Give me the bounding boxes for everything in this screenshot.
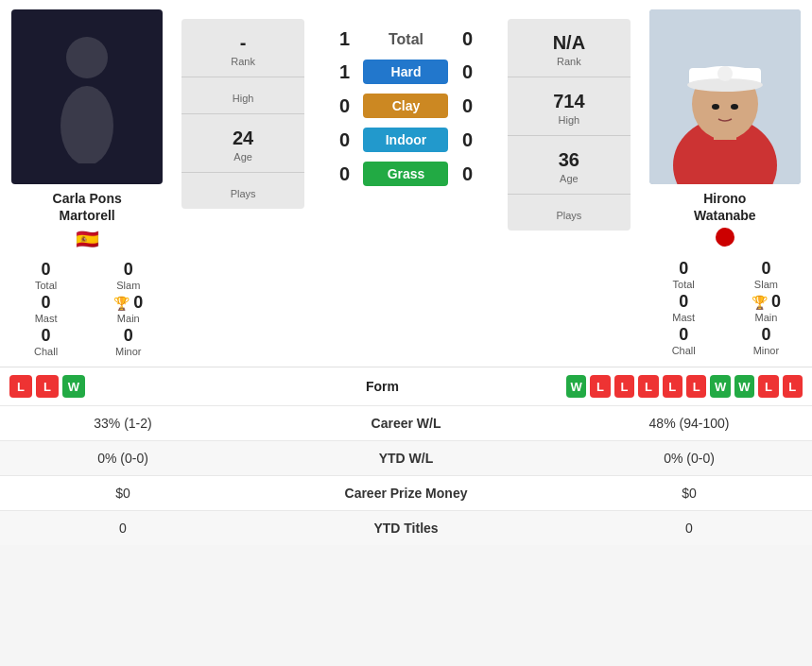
clay-row: 0 Clay 0 — [312, 94, 500, 118]
right-player-photo-svg — [649, 9, 801, 184]
left-slam-stat: 0 Slam — [92, 260, 164, 291]
left-trophy-icon: 🏆 — [113, 296, 130, 311]
form-section: L L W Form W L L L L L W W L L — [0, 367, 812, 405]
right-slam-stat: 0 Slam — [730, 259, 803, 290]
right-total-stat: 0 Total — [648, 259, 720, 290]
grass-badge: Grass — [363, 162, 448, 186]
top-section: Carla Pons Martorell 🇪🇸 0 Total 0 Slam 0… — [0, 0, 812, 367]
right-trophy-icon: 🏆 — [752, 295, 768, 310]
jp-flag-circle — [716, 228, 734, 247]
svg-point-9 — [717, 66, 733, 81]
svg-point-0 — [66, 37, 108, 78]
svg-point-1 — [60, 86, 113, 163]
ytd-titles-left: 0 — [19, 521, 227, 536]
right-mast-stat: 0 Mast — [648, 292, 720, 323]
ytd-titles-right: 0 — [585, 521, 793, 536]
right-player-stats: 0 Total 0 Slam 0 Mast 🏆 0 Main — [648, 259, 803, 356]
left-chall-stat: 0 Chall — [9, 326, 82, 357]
right-form-w2: W — [710, 375, 730, 398]
right-form-l3: L — [638, 375, 658, 398]
indoor-row: 0 Indoor 0 — [312, 128, 500, 152]
svg-point-11 — [731, 104, 738, 110]
right-plays-row: Plays — [508, 195, 631, 231]
right-form: W L L L L L W W L L — [566, 375, 803, 398]
left-high-row: High — [181, 77, 304, 114]
left-stats-card: - Rank High 24 Age Plays — [181, 19, 304, 209]
right-minor-stat: 0 Minor — [730, 325, 803, 356]
total-row: 1 Total 0 — [312, 28, 500, 50]
right-form-l2: L — [614, 375, 634, 398]
right-flag — [716, 228, 734, 249]
right-player-panel: Hirono Watanabe 0 Total 0 Slam 0 Mast — [638, 9, 812, 357]
prize-row: $0 Career Prize Money $0 — [0, 475, 812, 510]
right-player-photo — [649, 9, 801, 184]
left-player-stats: 0 Total 0 Slam 0 Mast 🏆 0 Main — [9, 260, 164, 357]
left-minor-stat: 0 Minor — [92, 326, 164, 357]
ytd-wl-label: YTD W/L — [227, 451, 585, 466]
right-age-row: 36 Age — [508, 136, 631, 195]
left-form-l2: L — [36, 375, 59, 398]
career-wl-left: 33% (1-2) — [19, 416, 227, 431]
right-form-w3: W — [734, 375, 754, 398]
right-form-l5: L — [686, 375, 706, 398]
career-wl-right: 48% (94-100) — [585, 416, 793, 431]
left-form: L L W — [9, 375, 199, 398]
grass-row: 0 Grass 0 — [312, 162, 500, 186]
left-age-row: 24 Age — [181, 114, 304, 173]
hard-badge: Hard — [363, 60, 448, 84]
right-rank-row: N/A Rank — [508, 19, 631, 77]
left-main-stat: 🏆 0 Main — [92, 293, 164, 324]
career-wl-row: 33% (1-2) Career W/L 48% (94-100) — [0, 405, 812, 440]
prize-right: $0 — [585, 486, 793, 501]
left-player-photo — [11, 9, 163, 184]
right-form-l4: L — [663, 375, 682, 398]
main-container: Carla Pons Martorell 🇪🇸 0 Total 0 Slam 0… — [0, 0, 812, 545]
right-player-name: Hirono Watanabe — [694, 190, 756, 224]
left-rank-row: - Rank — [181, 19, 304, 77]
right-high-row: 714 High — [508, 77, 631, 136]
right-form-l7: L — [783, 375, 803, 398]
prize-label: Career Prize Money — [227, 486, 585, 501]
clay-badge: Clay — [363, 94, 448, 118]
hard-row: 1 Hard 0 — [312, 60, 500, 84]
left-form-l1: L — [9, 375, 32, 398]
center-column: 1 Total 0 1 Hard 0 0 Clay 0 0 Indoor 0 — [312, 9, 500, 357]
svg-point-10 — [712, 104, 719, 110]
left-flag: 🇪🇸 — [76, 228, 99, 250]
right-form-w1: W — [566, 375, 586, 398]
left-form-w1: W — [62, 375, 85, 398]
form-label: Form — [199, 379, 566, 394]
right-stats-card: N/A Rank 714 High 36 Age Plays — [508, 19, 631, 231]
prize-left: $0 — [19, 486, 227, 501]
ytd-titles-label: YTD Titles — [227, 521, 585, 536]
ytd-wl-right: 0% (0-0) — [585, 451, 793, 466]
left-player-panel: Carla Pons Martorell 🇪🇸 0 Total 0 Slam 0… — [0, 9, 174, 357]
left-player-name: Carla Pons Martorell — [53, 190, 122, 224]
right-main-stat: 🏆 0 Main — [730, 292, 803, 323]
right-form-l6: L — [758, 375, 778, 398]
left-player-silhouette — [49, 31, 125, 163]
ytd-titles-row: 0 YTD Titles 0 — [0, 510, 812, 545]
left-total-stat: 0 Total — [9, 260, 82, 291]
indoor-badge: Indoor — [363, 128, 448, 152]
left-plays-row: Plays — [181, 173, 304, 209]
right-chall-stat: 0 Chall — [648, 325, 720, 356]
career-wl-label: Career W/L — [227, 416, 585, 431]
right-form-l1: L — [590, 375, 610, 398]
ytd-wl-row: 0% (0-0) YTD W/L 0% (0-0) — [0, 440, 812, 475]
left-mast-stat: 0 Mast — [9, 293, 82, 324]
ytd-wl-left: 0% (0-0) — [19, 451, 227, 466]
